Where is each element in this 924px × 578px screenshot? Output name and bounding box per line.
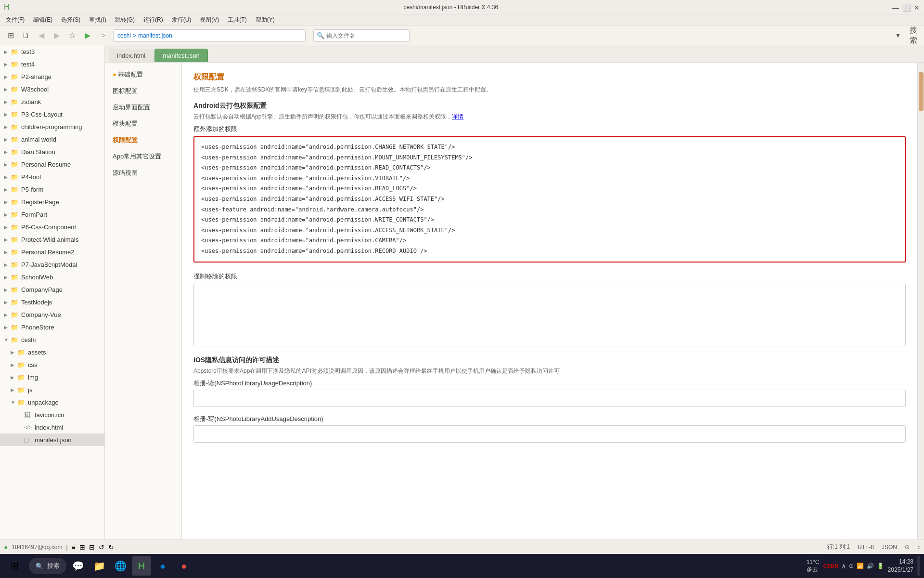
tray-icon-3[interactable]: 🔊 [867, 563, 874, 569]
toolbar-new-btn[interactable]: ⊞ [4, 29, 17, 42]
sidebar-item-p5form[interactable]: ▶ 📁 P5-form [0, 183, 104, 196]
sidebar-item-companypage[interactable]: ▶ 📁 CompanyPage [0, 283, 104, 296]
taskbar-app-browser[interactable]: 🌐 [111, 556, 130, 576]
search-input[interactable] [326, 32, 403, 39]
menu-find[interactable]: 查找(I) [85, 15, 110, 25]
tray-icon-2[interactable]: 📶 [857, 563, 864, 569]
menu-edit[interactable]: 编辑(E) [29, 15, 56, 25]
nav-source[interactable]: 源码视图 [105, 165, 181, 181]
sidebar-item-animal-world[interactable]: ▶ 📁 animal world [0, 133, 104, 145]
sidebar-item-p7jsmodal[interactable]: ▶ 📁 P7-JavaScriptModal [0, 258, 104, 271]
folder-icon: 📁 [11, 198, 19, 206]
status-btn5[interactable]: ↻ [108, 543, 114, 551]
sidebar-item-p6csscomponent[interactable]: ▶ 📁 P6-Css-Component [0, 221, 104, 233]
taskbar-search[interactable]: 🔍 搜索 [29, 558, 66, 574]
search-icon: 🔍 [317, 32, 324, 39]
sidebar-item-formpart[interactable]: ▶ 📁 FormPart [0, 208, 104, 221]
sidebar-item-css[interactable]: ▶ 📁 css [0, 358, 104, 371]
sidebar-item-w3school[interactable]: ▶ 📁 W3school [0, 83, 104, 95]
menu-run[interactable]: 运行(R) [140, 15, 167, 25]
nav-permissions[interactable]: 权限配置 [105, 132, 181, 148]
toolbar-run-btn[interactable]: ▶ [81, 29, 94, 42]
breadcrumb-project[interactable]: ceshi [117, 32, 131, 39]
sidebar-item-test3[interactable]: ▶ 📁 test3 [0, 45, 104, 58]
sidebar-item-registerpage[interactable]: ▶ 📁 RegisterPage [0, 196, 104, 208]
status-btn3[interactable]: ⊟ [89, 543, 95, 551]
toolbar-save-btn[interactable]: 🗋 [19, 29, 33, 42]
sidebar-item-phonestore[interactable]: ▶ 📁 PhoneStore [0, 321, 104, 333]
sidebar-item-p4tool[interactable]: ▶ 📁 P4-tool [0, 171, 104, 183]
maximize-button[interactable]: ⬜ [903, 4, 910, 11]
app2-icon: ● [181, 561, 187, 572]
sidebar-item-personal-resume[interactable]: ▶ 📁 Personal Resume [0, 158, 104, 171]
sidebar-item-personal-resume2[interactable]: ▶ 📁 Personal Resume2 [0, 246, 104, 258]
filter-button[interactable]: ▼ [891, 31, 905, 40]
sidebar-item-children-programming[interactable]: ▶ 📁 children-programming [0, 120, 104, 133]
taskbar-app-vscode[interactable]: ● [153, 556, 172, 576]
status-btn2[interactable]: ⊞ [79, 543, 85, 551]
status-btn4[interactable]: ↺ [99, 543, 104, 551]
folder-icon: 📁 [11, 136, 19, 143]
sidebar-item-img[interactable]: ▶ 📁 img [0, 371, 104, 383]
sidebar-item-ceshi[interactable]: ▼ 📁 ceshi [0, 333, 104, 346]
sidebar-item-indexhtml[interactable]: ▶ </> index.html [0, 421, 104, 434]
detail-link[interactable]: 详情 [452, 113, 463, 120]
sidebar-item-manifestjson[interactable]: ▶ { } manifest.json [0, 434, 104, 446]
sidebar-item-assets[interactable]: ▶ 📁 assets [0, 346, 104, 358]
close-button[interactable]: ✕ [913, 4, 920, 11]
start-button[interactable]: ⊞ [4, 555, 25, 577]
tray-icon-1[interactable]: ⊙ [849, 563, 854, 569]
menu-help[interactable]: 帮助(Y) [252, 15, 279, 25]
scrollbar[interactable] [917, 63, 924, 539]
status-btn1[interactable]: ≡ [72, 543, 76, 551]
toolbar-back-btn[interactable]: ◀ [35, 29, 48, 42]
sidebar-item-company-vue[interactable]: ▶ 📁 Company-Vue [0, 308, 104, 321]
sidebar-item-testnodejs[interactable]: ▶ 📁 TestNodejs [0, 296, 104, 308]
photo-write-input[interactable] [193, 425, 906, 443]
menu-tools[interactable]: 工具(T) [224, 15, 250, 25]
menu-select[interactable]: 选择(S) [57, 15, 84, 25]
tab-manifest-json[interactable]: manifest.json [154, 49, 208, 62]
sidebar-item-faviconico[interactable]: ▶ 🖼 favicon.ico [0, 408, 104, 421]
show-desktop-btn[interactable] [917, 556, 920, 576]
nav-module[interactable]: 模块配置 [105, 116, 181, 132]
photo-read-input[interactable] [193, 390, 906, 407]
status-icon2[interactable]: ↕ [917, 544, 920, 551]
taskbar-time[interactable]: 14:28 2025/1/27 [888, 558, 913, 574]
tab-index-html[interactable]: index.html [109, 49, 154, 62]
sidebar-item-zsbank[interactable]: ▶ 📁 zsbank [0, 95, 104, 108]
minimize-button[interactable]: — [892, 4, 899, 11]
scrollbar-thumb[interactable] [919, 72, 924, 111]
sidebar-item-schoolweb[interactable]: ▶ 📁 SchoolWeb [0, 271, 104, 283]
arrow-icon: ▶ [4, 187, 11, 192]
status-icon1[interactable]: ⊙ [905, 544, 910, 551]
taskbar-app-hbuilder[interactable]: H [132, 556, 151, 576]
nav-app-settings[interactable]: App常用其它设置 [105, 148, 181, 165]
menu-publish[interactable]: 发行(U) [168, 15, 195, 25]
sidebar-item-js[interactable]: ▶ 📁 js [0, 383, 104, 396]
menu-view[interactable]: 视图(V) [196, 15, 223, 25]
sidebar-item-p2shange[interactable]: ▶ 📁 P2-shange [0, 70, 104, 83]
sidebar-item-protect-wild[interactable]: ▶ 📁 Protect-Wild animals [0, 233, 104, 246]
extra-permissions-box[interactable]: <uses-permission android:name="android.p… [193, 136, 906, 263]
folder-icon: 📁 [11, 98, 19, 105]
sidebar-item-p3csslayout[interactable]: ▶ 📁 P3-Css-Layout [0, 108, 104, 120]
nav-launch[interactable]: 启动界面配置 [105, 99, 181, 116]
taskbar-app-chat[interactable]: 💬 [68, 556, 88, 576]
menu-goto[interactable]: 跳转(G) [111, 15, 139, 25]
sidebar-item-unpackage[interactable]: ▼ 📁 unpackage [0, 396, 104, 408]
sidebar-item-test4[interactable]: ▶ 📁 test4 [0, 58, 104, 70]
nav-basic[interactable]: ● 基础配置 [105, 66, 181, 83]
nav-icon[interactable]: 图标配置 [105, 83, 181, 99]
toolbar-forward-btn[interactable]: ▶ [50, 29, 64, 42]
csdn-icon[interactable]: CSDN [823, 563, 838, 569]
menu-file[interactable]: 文件(F) [2, 15, 28, 25]
forced-remove-box[interactable] [193, 284, 906, 346]
tray-expand-icon[interactable]: ∧ [841, 562, 846, 570]
toolbar-search2-btn[interactable]: 搜索 [907, 29, 920, 42]
taskbar-app-app2[interactable]: ● [174, 556, 193, 576]
sidebar-item-dian-station[interactable]: ▶ 📁 Dian Station [0, 145, 104, 158]
taskbar-app-explorer[interactable]: 📁 [90, 556, 109, 576]
toolbar-star-btn[interactable]: ☆ [65, 29, 79, 42]
tray-icon-4[interactable]: 🔋 [877, 563, 884, 569]
